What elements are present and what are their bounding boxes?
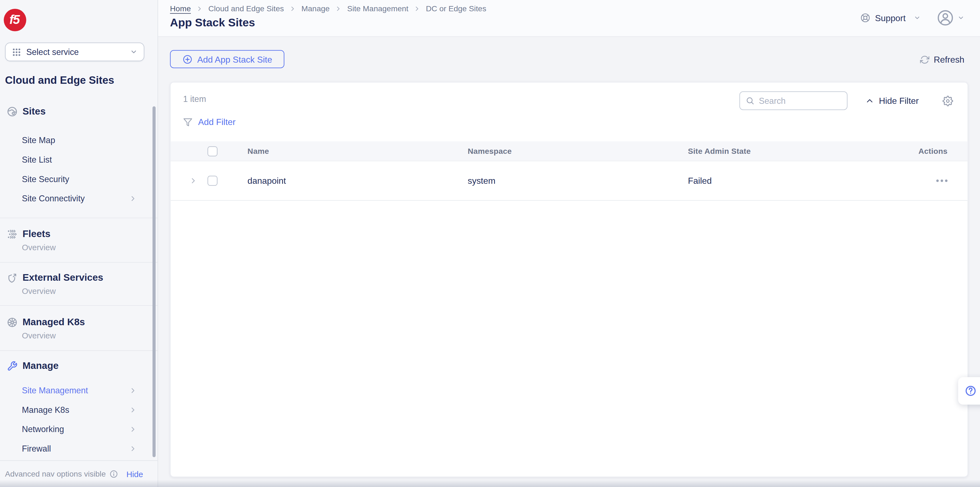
support-label: Support (875, 13, 905, 23)
question-icon (964, 385, 977, 397)
sidebar-section-manage[interactable]: Manage (0, 359, 153, 373)
add-filter[interactable]: Add Filter (183, 115, 235, 129)
section-label: Fleets (22, 228, 51, 240)
breadcrumb-item[interactable]: Cloud and Edge Sites (208, 5, 284, 13)
sites-table: Name Namespace Site Admin State Actions … (171, 142, 968, 201)
breadcrumb-home[interactable]: Home (170, 5, 191, 13)
plus-circle-icon (182, 54, 192, 64)
cell-name[interactable]: danapoint (248, 176, 468, 186)
search-box (740, 91, 848, 110)
add-button-label: Add App Stack Site (197, 54, 272, 64)
sidebar-item-site-security[interactable]: Site Security (0, 172, 153, 186)
row-actions-menu[interactable] (908, 179, 955, 182)
service-selector-label: Select service (26, 47, 125, 57)
sidebar-item-fleets-overview[interactable]: Overview (0, 240, 153, 254)
funnel-icon (183, 117, 192, 127)
chevron-right-icon (129, 425, 136, 432)
column-header-namespace[interactable]: Namespace (468, 147, 688, 155)
sidebar-section-managed-k8s[interactable]: Managed K8s (0, 315, 153, 329)
sidebar-item-site-map[interactable]: Site Map (0, 133, 153, 147)
cell-site-admin-state: Failed (688, 176, 908, 186)
page-title: App Stack Sites (170, 16, 255, 29)
sidebar-item-site-connectivity[interactable]: Site Connectivity (0, 192, 153, 205)
column-header-actions: Actions (908, 147, 955, 155)
hide-advanced-nav-link[interactable]: Hide (126, 469, 143, 479)
sidebar-footer: Advanced nav options visible Hide (0, 460, 158, 487)
breadcrumb-current: DC or Edge Sites (426, 5, 486, 13)
refresh-button[interactable]: Refresh (920, 54, 964, 64)
breadcrumb-item[interactable]: Site Management (347, 5, 409, 13)
chevron-down-icon (958, 14, 964, 21)
chevron-right-icon (129, 387, 136, 394)
section-label: Sites (22, 106, 46, 117)
chevron-down-icon (130, 48, 138, 56)
k8s-wheel-icon (7, 317, 18, 327)
chevron-right-icon (129, 445, 136, 452)
wrench-icon (7, 361, 18, 371)
table-row[interactable]: danapoint system Failed (171, 161, 968, 201)
select-all-checkbox[interactable] (208, 146, 217, 156)
hide-filter-label: Hide Filter (879, 96, 919, 105)
row-checkbox[interactable] (208, 176, 217, 186)
info-icon[interactable] (110, 470, 118, 479)
sidebar-item-managed-k8s-overview[interactable]: Overview (0, 328, 153, 342)
gear-icon[interactable] (942, 95, 953, 106)
chevron-right-icon (335, 5, 342, 12)
account-menu[interactable] (937, 10, 964, 26)
hide-filter-toggle[interactable]: Hide Filter (866, 96, 919, 105)
section-label: Managed K8s (22, 316, 85, 328)
section-label: External Services (22, 272, 103, 283)
add-app-stack-site-button[interactable]: Add App Stack Site (170, 50, 285, 68)
f5-logo-icon[interactable]: f5 (4, 9, 26, 31)
sidebar: f5 Select service Cloud and Edge Sites S… (0, 0, 158, 487)
sidebar-item-external-services-overview[interactable]: Overview (0, 284, 153, 298)
breadcrumb-item[interactable]: Manage (301, 5, 330, 13)
sidebar-item-networking[interactable]: Networking (0, 422, 153, 436)
table-header-row: Name Namespace Site Admin State Actions (171, 142, 968, 161)
sidebar-item-manage-k8s[interactable]: Manage K8s (0, 403, 153, 417)
search-icon (746, 96, 755, 105)
app-window: f5 Select service Cloud and Edge Sites S… (0, 0, 980, 487)
chevron-right-icon (290, 5, 296, 12)
refresh-icon (920, 55, 929, 64)
header-actions: Support (860, 10, 964, 26)
support-menu[interactable]: Support (860, 13, 921, 23)
avatar-icon (937, 10, 954, 26)
sidebar-section-fleets[interactable]: Fleets (0, 227, 153, 241)
sidebar-item-site-management[interactable]: Site Management (0, 383, 153, 397)
divider (0, 262, 158, 263)
service-selector[interactable]: Select service (5, 43, 145, 61)
item-count: 1 item (183, 94, 206, 104)
divider (0, 217, 158, 218)
chevron-right-icon (197, 5, 203, 12)
breadcrumb: Home Cloud and Edge Sites Manage Site Ma… (170, 5, 486, 13)
help-button[interactable] (958, 377, 980, 405)
fleet-icon (7, 228, 18, 239)
divider (0, 305, 158, 306)
chevron-up-icon (866, 97, 874, 105)
sidebar-title: Cloud and Edge Sites (5, 74, 114, 87)
refresh-label: Refresh (934, 54, 964, 64)
sidebar-scrollbar[interactable] (153, 106, 156, 457)
shield-arrow-icon (7, 273, 18, 283)
table-tools: Hide Filter (740, 91, 953, 110)
sidebar-item-site-list[interactable]: Site List (0, 153, 153, 166)
table-card: 1 item Hide Filter (170, 82, 968, 477)
add-filter-label: Add Filter (198, 117, 235, 127)
chevron-right-icon (129, 406, 136, 413)
chevron-right-icon (414, 5, 420, 12)
chevron-right-icon (129, 195, 136, 201)
sidebar-section-sites[interactable]: Sites (0, 104, 153, 118)
grid-icon (12, 47, 21, 57)
sidebar-item-firewall[interactable]: Firewall (0, 441, 153, 455)
sidebar-section-external-services[interactable]: External Services (0, 271, 153, 284)
row-expand-icon[interactable] (189, 177, 197, 184)
search-input[interactable] (759, 96, 842, 105)
chevron-down-icon (914, 14, 921, 21)
divider (0, 350, 158, 351)
cell-namespace: system (468, 176, 688, 186)
column-header-name[interactable]: Name (248, 147, 468, 155)
column-header-site-admin-state[interactable]: Site Admin State (688, 147, 908, 155)
advanced-nav-label: Advanced nav options visible (5, 470, 106, 479)
top-bar: Home Cloud and Edge Sites Manage Site Ma… (158, 0, 980, 37)
